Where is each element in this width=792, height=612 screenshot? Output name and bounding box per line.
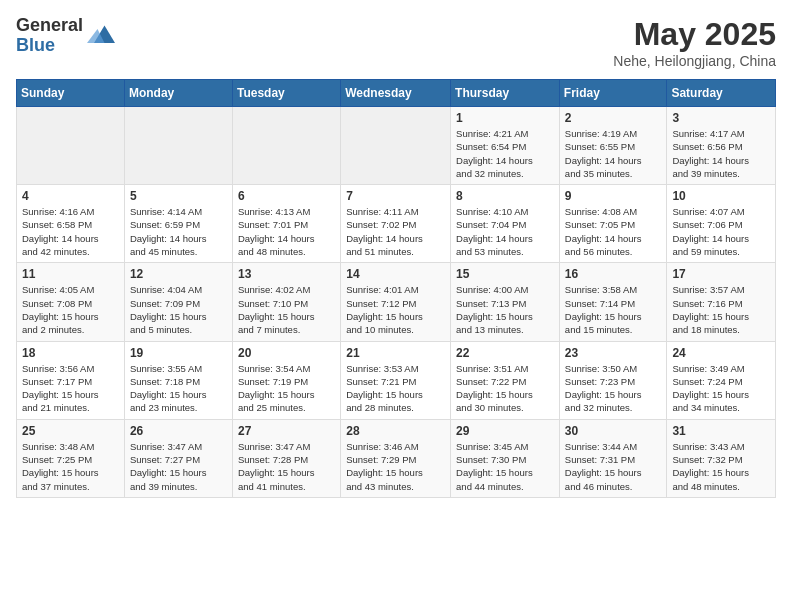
calendar-cell: 12Sunrise: 4:04 AM Sunset: 7:09 PM Dayli… (124, 263, 232, 341)
day-info: Sunrise: 4:14 AM Sunset: 6:59 PM Dayligh… (130, 205, 227, 258)
day-number: 31 (672, 424, 770, 438)
calendar-week-5: 25Sunrise: 3:48 AM Sunset: 7:25 PM Dayli… (17, 419, 776, 497)
day-number: 7 (346, 189, 445, 203)
day-number: 6 (238, 189, 335, 203)
calendar-week-1: 1Sunrise: 4:21 AM Sunset: 6:54 PM Daylig… (17, 107, 776, 185)
day-info: Sunrise: 4:01 AM Sunset: 7:12 PM Dayligh… (346, 283, 445, 336)
calendar-cell: 19Sunrise: 3:55 AM Sunset: 7:18 PM Dayli… (124, 341, 232, 419)
calendar-cell: 5Sunrise: 4:14 AM Sunset: 6:59 PM Daylig… (124, 185, 232, 263)
day-number: 1 (456, 111, 554, 125)
day-info: Sunrise: 4:13 AM Sunset: 7:01 PM Dayligh… (238, 205, 335, 258)
day-info: Sunrise: 3:47 AM Sunset: 7:28 PM Dayligh… (238, 440, 335, 493)
day-info: Sunrise: 3:45 AM Sunset: 7:30 PM Dayligh… (456, 440, 554, 493)
weekday-header-thursday: Thursday (451, 80, 560, 107)
calendar-cell: 17Sunrise: 3:57 AM Sunset: 7:16 PM Dayli… (667, 263, 776, 341)
calendar-cell: 26Sunrise: 3:47 AM Sunset: 7:27 PM Dayli… (124, 419, 232, 497)
calendar-cell: 7Sunrise: 4:11 AM Sunset: 7:02 PM Daylig… (341, 185, 451, 263)
calendar-body: 1Sunrise: 4:21 AM Sunset: 6:54 PM Daylig… (17, 107, 776, 498)
logo-icon (87, 22, 115, 50)
calendar-header: SundayMondayTuesdayWednesdayThursdayFrid… (17, 80, 776, 107)
calendar-cell (341, 107, 451, 185)
day-number: 4 (22, 189, 119, 203)
day-info: Sunrise: 3:56 AM Sunset: 7:17 PM Dayligh… (22, 362, 119, 415)
day-number: 30 (565, 424, 662, 438)
day-number: 18 (22, 346, 119, 360)
day-number: 14 (346, 267, 445, 281)
weekday-header-monday: Monday (124, 80, 232, 107)
calendar-cell: 15Sunrise: 4:00 AM Sunset: 7:13 PM Dayli… (451, 263, 560, 341)
calendar-cell: 9Sunrise: 4:08 AM Sunset: 7:05 PM Daylig… (559, 185, 667, 263)
day-info: Sunrise: 3:44 AM Sunset: 7:31 PM Dayligh… (565, 440, 662, 493)
calendar-cell: 23Sunrise: 3:50 AM Sunset: 7:23 PM Dayli… (559, 341, 667, 419)
day-info: Sunrise: 3:50 AM Sunset: 7:23 PM Dayligh… (565, 362, 662, 415)
calendar-cell: 29Sunrise: 3:45 AM Sunset: 7:30 PM Dayli… (451, 419, 560, 497)
day-number: 3 (672, 111, 770, 125)
day-info: Sunrise: 3:54 AM Sunset: 7:19 PM Dayligh… (238, 362, 335, 415)
day-info: Sunrise: 4:17 AM Sunset: 6:56 PM Dayligh… (672, 127, 770, 180)
day-info: Sunrise: 3:51 AM Sunset: 7:22 PM Dayligh… (456, 362, 554, 415)
day-number: 25 (22, 424, 119, 438)
calendar-cell: 18Sunrise: 3:56 AM Sunset: 7:17 PM Dayli… (17, 341, 125, 419)
day-info: Sunrise: 3:55 AM Sunset: 7:18 PM Dayligh… (130, 362, 227, 415)
day-number: 26 (130, 424, 227, 438)
day-info: Sunrise: 3:46 AM Sunset: 7:29 PM Dayligh… (346, 440, 445, 493)
calendar-cell: 16Sunrise: 3:58 AM Sunset: 7:14 PM Dayli… (559, 263, 667, 341)
day-info: Sunrise: 3:47 AM Sunset: 7:27 PM Dayligh… (130, 440, 227, 493)
day-number: 27 (238, 424, 335, 438)
day-info: Sunrise: 4:19 AM Sunset: 6:55 PM Dayligh… (565, 127, 662, 180)
calendar-week-4: 18Sunrise: 3:56 AM Sunset: 7:17 PM Dayli… (17, 341, 776, 419)
calendar-cell: 1Sunrise: 4:21 AM Sunset: 6:54 PM Daylig… (451, 107, 560, 185)
day-number: 24 (672, 346, 770, 360)
calendar-cell: 4Sunrise: 4:16 AM Sunset: 6:58 PM Daylig… (17, 185, 125, 263)
day-number: 10 (672, 189, 770, 203)
day-number: 8 (456, 189, 554, 203)
day-number: 12 (130, 267, 227, 281)
day-info: Sunrise: 4:11 AM Sunset: 7:02 PM Dayligh… (346, 205, 445, 258)
calendar-cell (124, 107, 232, 185)
day-info: Sunrise: 4:02 AM Sunset: 7:10 PM Dayligh… (238, 283, 335, 336)
day-number: 15 (456, 267, 554, 281)
day-number: 17 (672, 267, 770, 281)
day-number: 16 (565, 267, 662, 281)
weekday-header-tuesday: Tuesday (232, 80, 340, 107)
title-area: May 2025 Nehe, Heilongjiang, China (613, 16, 776, 69)
day-number: 28 (346, 424, 445, 438)
day-number: 13 (238, 267, 335, 281)
day-info: Sunrise: 4:00 AM Sunset: 7:13 PM Dayligh… (456, 283, 554, 336)
calendar-cell (232, 107, 340, 185)
month-title: May 2025 (613, 16, 776, 53)
day-number: 20 (238, 346, 335, 360)
logo-general-text: General (16, 16, 83, 36)
day-info: Sunrise: 3:49 AM Sunset: 7:24 PM Dayligh… (672, 362, 770, 415)
day-info: Sunrise: 3:58 AM Sunset: 7:14 PM Dayligh… (565, 283, 662, 336)
day-number: 9 (565, 189, 662, 203)
day-info: Sunrise: 3:43 AM Sunset: 7:32 PM Dayligh… (672, 440, 770, 493)
calendar-cell: 3Sunrise: 4:17 AM Sunset: 6:56 PM Daylig… (667, 107, 776, 185)
calendar-cell: 21Sunrise: 3:53 AM Sunset: 7:21 PM Dayli… (341, 341, 451, 419)
calendar-cell: 6Sunrise: 4:13 AM Sunset: 7:01 PM Daylig… (232, 185, 340, 263)
day-info: Sunrise: 4:08 AM Sunset: 7:05 PM Dayligh… (565, 205, 662, 258)
day-number: 2 (565, 111, 662, 125)
weekday-header-saturday: Saturday (667, 80, 776, 107)
day-info: Sunrise: 4:04 AM Sunset: 7:09 PM Dayligh… (130, 283, 227, 336)
weekday-header-row: SundayMondayTuesdayWednesdayThursdayFrid… (17, 80, 776, 107)
day-number: 11 (22, 267, 119, 281)
day-number: 23 (565, 346, 662, 360)
calendar-cell: 2Sunrise: 4:19 AM Sunset: 6:55 PM Daylig… (559, 107, 667, 185)
day-number: 22 (456, 346, 554, 360)
calendar-cell: 13Sunrise: 4:02 AM Sunset: 7:10 PM Dayli… (232, 263, 340, 341)
day-number: 21 (346, 346, 445, 360)
calendar-cell: 20Sunrise: 3:54 AM Sunset: 7:19 PM Dayli… (232, 341, 340, 419)
day-info: Sunrise: 4:10 AM Sunset: 7:04 PM Dayligh… (456, 205, 554, 258)
calendar-cell: 22Sunrise: 3:51 AM Sunset: 7:22 PM Dayli… (451, 341, 560, 419)
calendar-cell: 25Sunrise: 3:48 AM Sunset: 7:25 PM Dayli… (17, 419, 125, 497)
weekday-header-sunday: Sunday (17, 80, 125, 107)
day-info: Sunrise: 3:48 AM Sunset: 7:25 PM Dayligh… (22, 440, 119, 493)
calendar-cell (17, 107, 125, 185)
calendar-cell: 8Sunrise: 4:10 AM Sunset: 7:04 PM Daylig… (451, 185, 560, 263)
calendar-cell: 10Sunrise: 4:07 AM Sunset: 7:06 PM Dayli… (667, 185, 776, 263)
day-info: Sunrise: 4:05 AM Sunset: 7:08 PM Dayligh… (22, 283, 119, 336)
day-number: 5 (130, 189, 227, 203)
logo-blue-text: Blue (16, 36, 83, 56)
day-info: Sunrise: 4:07 AM Sunset: 7:06 PM Dayligh… (672, 205, 770, 258)
